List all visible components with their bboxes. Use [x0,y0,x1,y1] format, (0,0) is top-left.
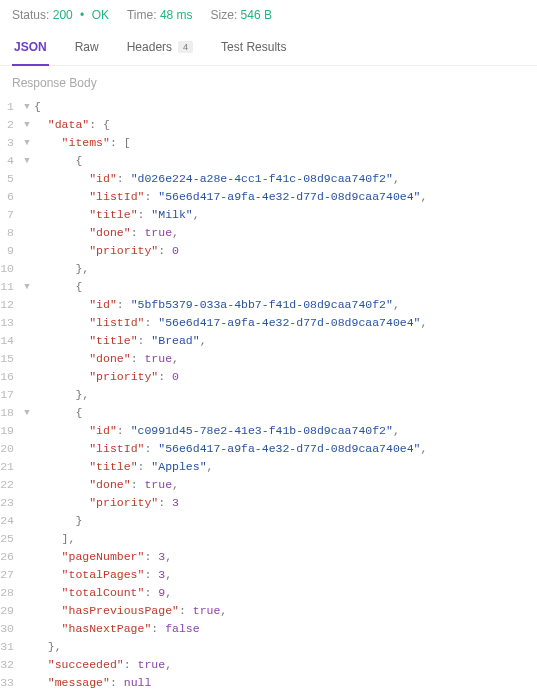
code-content: "listId": "56e6d417-a9fa-4e32-d77d-08d9c… [34,440,537,458]
fold-toggle-icon[interactable]: ▼ [20,98,34,116]
code-content: "items": [ [34,134,537,152]
line-number: 21 [0,458,20,476]
code-content: "listId": "56e6d417-a9fa-4e32-d77d-08d9c… [34,314,537,332]
time-value: 48 ms [160,8,193,22]
tab-headers[interactable]: Headers 4 [125,32,195,66]
fold-toggle-icon [20,584,34,602]
code-line: 27 "totalPages": 3, [0,566,537,584]
code-line: 23 "priority": 3 [0,494,537,512]
fold-toggle-icon [20,656,34,674]
fold-toggle-icon[interactable]: ▼ [20,152,34,170]
line-number: 1 [0,98,20,116]
code-content: } [34,512,537,530]
code-content: "id": "5bfb5379-033a-4bb7-f41d-08d9caa74… [34,296,537,314]
size-stat: Size: 546 B [211,8,272,22]
code-line: 11▼ { [0,278,537,296]
fold-toggle-icon [20,170,34,188]
code-content: { [34,98,537,116]
code-line: 9 "priority": 0 [0,242,537,260]
code-line: 14 "title": "Bread", [0,332,537,350]
fold-toggle-icon [20,494,34,512]
fold-toggle-icon [20,296,34,314]
code-line: 26 "pageNumber": 3, [0,548,537,566]
code-content: "done": true, [34,476,537,494]
fold-toggle-icon[interactable]: ▼ [20,404,34,422]
code-line: 8 "done": true, [0,224,537,242]
code-line: 25 ], [0,530,537,548]
line-number: 31 [0,638,20,656]
line-number: 28 [0,584,20,602]
code-line: 3▼ "items": [ [0,134,537,152]
fold-toggle-icon [20,458,34,476]
code-content: "succeeded": true, [34,656,537,674]
code-content: }, [34,386,537,404]
line-number: 8 [0,224,20,242]
tab-json[interactable]: JSON [12,32,49,66]
code-line: 2▼ "data": { [0,116,537,134]
code-line: 5 "id": "d026e224-a28e-4cc1-f41c-08d9caa… [0,170,537,188]
code-line: 20 "listId": "56e6d417-a9fa-4e32-d77d-08… [0,440,537,458]
fold-toggle-icon [20,602,34,620]
line-number: 10 [0,260,20,278]
status-text: OK [92,8,109,22]
status-code: 200 [53,8,73,22]
fold-toggle-icon[interactable]: ▼ [20,134,34,152]
code-line: 7 "title": "Milk", [0,206,537,224]
line-number: 9 [0,242,20,260]
code-line: 33 "message": null [0,674,537,692]
status-dot-icon: • [80,8,84,22]
code-line: 24 } [0,512,537,530]
fold-toggle-icon[interactable]: ▼ [20,116,34,134]
fold-toggle-icon[interactable]: ▼ [20,278,34,296]
tab-json-label: JSON [14,40,47,54]
code-content: ], [34,530,537,548]
line-number: 24 [0,512,20,530]
line-number: 3 [0,134,20,152]
line-number: 17 [0,386,20,404]
code-content: }, [34,260,537,278]
code-line: 1▼{ [0,98,537,116]
tab-raw-label: Raw [75,40,99,54]
response-tabs: JSON Raw Headers 4 Test Results [0,32,537,66]
code-content: "hasNextPage": false [34,620,537,638]
code-line: 31 }, [0,638,537,656]
line-number: 13 [0,314,20,332]
code-content: { [34,404,537,422]
code-content: "listId": "56e6d417-a9fa-4e32-d77d-08d9c… [34,188,537,206]
fold-toggle-icon [20,314,34,332]
code-line: 21 "title": "Apples", [0,458,537,476]
line-number: 5 [0,170,20,188]
code-line: 19 "id": "c0991d45-78e2-41e3-f41b-08d9ca… [0,422,537,440]
code-line: 6 "listId": "56e6d417-a9fa-4e32-d77d-08d… [0,188,537,206]
json-viewer[interactable]: 1▼{2▼ "data": {3▼ "items": [4▼ {5 "id": … [0,98,537,695]
code-line: 16 "priority": 0 [0,368,537,386]
code-line: 28 "totalCount": 9, [0,584,537,602]
code-line: 4▼ { [0,152,537,170]
time-label: Time: [127,8,157,22]
fold-toggle-icon [20,530,34,548]
fold-toggle-icon [20,476,34,494]
line-number: 20 [0,440,20,458]
line-number: 26 [0,548,20,566]
tab-raw[interactable]: Raw [73,32,101,66]
code-line: 22 "done": true, [0,476,537,494]
fold-toggle-icon [20,422,34,440]
code-content: { [34,278,537,296]
line-number: 7 [0,206,20,224]
time-stat: Time: 48 ms [127,8,193,22]
code-content: "title": "Milk", [34,206,537,224]
line-number: 4 [0,152,20,170]
tab-test-results[interactable]: Test Results [219,32,288,66]
code-line: 17 }, [0,386,537,404]
fold-toggle-icon [20,350,34,368]
fold-toggle-icon [20,386,34,404]
code-content: "hasPreviousPage": true, [34,602,537,620]
line-number: 23 [0,494,20,512]
line-number: 27 [0,566,20,584]
code-content: "totalCount": 9, [34,584,537,602]
line-number: 2 [0,116,20,134]
fold-toggle-icon [20,224,34,242]
line-number: 32 [0,656,20,674]
line-number: 18 [0,404,20,422]
line-number: 25 [0,530,20,548]
